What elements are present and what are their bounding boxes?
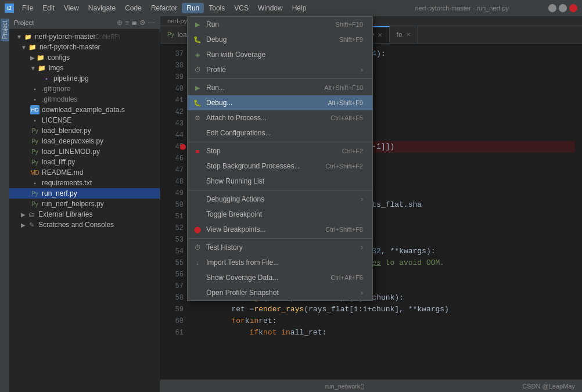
- menu-coverage-data-item[interactable]: Show Coverage Data... Ctrl+Alt+F6: [188, 270, 372, 285]
- sidebar-icons: ⊕ ≡ ≣ ⚙ —: [117, 19, 155, 27]
- menu-bar: File Edit View Navigate Code Refactor Ru…: [17, 3, 415, 13]
- sidebar-list-icon[interactable]: ≡: [125, 19, 129, 27]
- menu-tools[interactable]: Tools: [204, 3, 229, 13]
- menu-run-item[interactable]: ▶ Run Shift+F10: [188, 17, 372, 32]
- menu-test-history-item[interactable]: ⏱ Test History ›: [188, 240, 372, 255]
- profile-submenu-arrow: ›: [361, 66, 363, 74]
- stop-bg-icon: [192, 161, 203, 171]
- minimize-button[interactable]: [548, 4, 556, 12]
- menu-file[interactable]: File: [17, 3, 38, 13]
- sidebar-settings-icon[interactable]: ⚙: [139, 19, 146, 27]
- tree-item-pipeline[interactable]: ▪ pipeline.jpg: [9, 73, 160, 84]
- menu-attach-item[interactable]: ⚙ Attach to Process... Ctrl+Alt+F5: [188, 110, 372, 125]
- tree-item-linemod[interactable]: Py load_LINEMOD.py: [9, 146, 160, 157]
- menu-stop-bg-item[interactable]: Stop Background Processes... Ctrl+Shift+…: [188, 159, 372, 174]
- menu-edit-config-item[interactable]: Edit Configurations...: [188, 125, 372, 141]
- menu-toggle-bp-label: Toggle Breakpoint: [206, 210, 360, 218]
- jpg-icon: ▪: [42, 74, 51, 83]
- import-tests-icon: ↓: [192, 257, 203, 268]
- coverage-data-icon: [192, 272, 203, 283]
- tree-item-root[interactable]: ▼ 📁 nerf-pytorch-master D:\NeRF\: [9, 31, 160, 42]
- menu-coverage-item[interactable]: ◈ Run with Coverage: [188, 47, 372, 62]
- line-numbers: 3738394041 424344 45 4647484950 51 5253 …: [160, 44, 188, 379]
- menu-debug-actions-item[interactable]: Debugging Actions ›: [188, 192, 372, 207]
- menu-stop-item[interactable]: ■ Stop Ctrl+F2: [188, 143, 372, 159]
- menu-navigate[interactable]: Navigate: [84, 3, 120, 13]
- run-dropdown: ▶ Run Shift+F10 🐛 Debug Shift+F9 ◈ Run w…: [187, 16, 373, 301]
- code-line-61: if k not in all_ret:: [195, 327, 575, 339]
- menu-import-tests-item[interactable]: ↓ Import Tests from File...: [188, 255, 372, 270]
- menu-attach-shortcut: Ctrl+Alt+F5: [330, 114, 363, 121]
- tab-run-nerf-close[interactable]: ✕: [378, 32, 382, 38]
- sidebar-add-icon[interactable]: ⊕: [117, 19, 123, 27]
- menu-coverage-label: Run with Coverage: [206, 51, 360, 59]
- test-history-arrow: ›: [361, 243, 363, 251]
- menu-run[interactable]: Run: [182, 3, 204, 13]
- tree-item-llff[interactable]: Py load_llff.py: [9, 157, 160, 167]
- menu-coverage-data-label: Show Coverage Data...: [206, 274, 327, 282]
- tree-item-helpers[interactable]: Py run_nerf_helpers.py: [9, 199, 160, 209]
- menu-run-config-item[interactable]: ▶ Run... Alt+Shift+F10: [188, 80, 372, 95]
- tree-item-requirements[interactable]: ▪ requirements.txt: [9, 178, 160, 188]
- txt-icon1: ▪: [30, 116, 39, 125]
- tab-fe-label: fe: [397, 31, 403, 39]
- menu-run-label: Run: [206, 20, 332, 28]
- menu-debug-item[interactable]: 🐛 Debug Shift+F9: [188, 32, 372, 47]
- expand-icon5: ▶: [21, 211, 26, 218]
- menu-view[interactable]: View: [59, 3, 84, 13]
- menu-debug-config-shortcut: Alt+Shift+F9: [328, 99, 363, 106]
- menu-view-bp-item[interactable]: ⬤ View Breakpoints... Ctrl+Shift+F8: [188, 222, 372, 237]
- tree-label-requirements: requirements.txt: [42, 179, 92, 187]
- profiler-icon: [192, 287, 203, 298]
- tree-label-run-nerf: run_nerf.py: [42, 189, 77, 197]
- app-icon: IJ: [5, 3, 14, 13]
- tree-item-configs[interactable]: ▶ 📁 configs: [9, 52, 160, 63]
- left-tab: Project: [0, 16, 9, 392]
- debug-menu-icon: 🐛: [192, 34, 203, 45]
- menu-edit[interactable]: Edit: [38, 3, 59, 13]
- tree-item-gitignore[interactable]: ▪ .gitignore: [9, 84, 160, 94]
- tab-fe[interactable]: fe ✕: [390, 26, 418, 43]
- test-history-icon: ⏱: [192, 242, 203, 253]
- maximize-button[interactable]: [559, 4, 567, 12]
- tree-item-deepvoxels[interactable]: Py load_deepvoxels.py: [9, 136, 160, 146]
- separator-4: [188, 238, 372, 239]
- menu-vcs[interactable]: VCS: [229, 3, 253, 13]
- sidebar-close-icon[interactable]: —: [148, 19, 155, 27]
- py-icon2: Py: [30, 136, 39, 146]
- tree-item-imgs[interactable]: ▼ 📁 imgs: [9, 63, 160, 73]
- menu-toggle-bp-item[interactable]: Toggle Breakpoint: [188, 207, 372, 222]
- tree-item-scratches[interactable]: ▶ ✎ Scratches and Consoles: [9, 220, 160, 230]
- tab-fe-close[interactable]: ✕: [406, 31, 411, 38]
- sidebar-title: Project: [14, 19, 114, 26]
- menu-help[interactable]: Help: [288, 3, 311, 13]
- sidebar-expand-icon[interactable]: ≣: [131, 19, 137, 27]
- menu-profile-label: Profile: [206, 66, 355, 74]
- menu-profile-item[interactable]: ⏱ Profile ›: [188, 62, 372, 77]
- menu-import-tests-label: Import Tests from File...: [206, 258, 360, 267]
- menu-refactor[interactable]: Refactor: [146, 3, 182, 13]
- txt-icon2: ▪: [30, 178, 39, 188]
- tree-item-readme[interactable]: MD README.md: [9, 167, 160, 178]
- tree-item-nerf-master[interactable]: ▼ 📁 nerf-pytorch-master: [9, 42, 160, 52]
- close-button[interactable]: [569, 4, 577, 12]
- edit-config-icon: [192, 128, 203, 138]
- debug-actions-icon: [192, 194, 203, 204]
- tree-item-external[interactable]: ▶ 🗂 External Libraries: [9, 209, 160, 220]
- tree-item-gitmodules[interactable]: ▪ .gitmodules: [9, 94, 160, 105]
- tree-label-external: External Libraries: [38, 210, 92, 218]
- profile-menu-icon: ⏱: [192, 64, 203, 75]
- separator-1: [188, 78, 372, 79]
- menu-running-list-item[interactable]: Show Running List: [188, 174, 372, 189]
- menu-code[interactable]: Code: [120, 3, 146, 13]
- menu-debug-config-item[interactable]: 🐛 Debug... Alt+Shift+F9: [188, 95, 372, 110]
- md-icon: MD: [30, 168, 39, 177]
- tree-item-download[interactable]: HD download_example_data.s: [9, 105, 160, 115]
- menu-window[interactable]: Window: [253, 3, 288, 13]
- tree-item-blender[interactable]: Py load_blender.py: [9, 125, 160, 136]
- separator-2: [188, 142, 372, 142]
- tree-item-run-nerf[interactable]: Py run_nerf.py: [9, 188, 160, 199]
- project-tab[interactable]: Project: [1, 19, 9, 41]
- tree-item-license[interactable]: ▪ LICENSE: [9, 115, 160, 125]
- menu-profiler-item[interactable]: Open Profiler Snapshot ›: [188, 285, 372, 300]
